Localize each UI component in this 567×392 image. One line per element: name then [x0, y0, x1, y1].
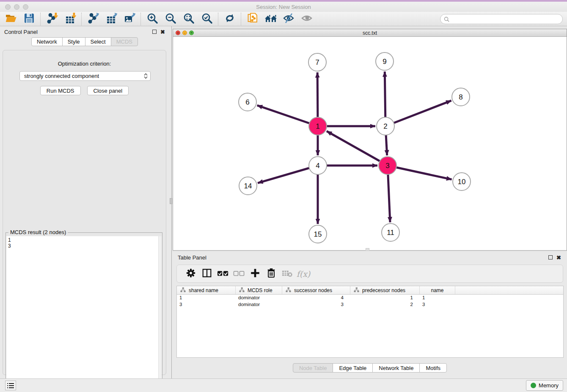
toolbar-separator — [218, 13, 218, 25]
delete-row-button[interactable] — [263, 266, 279, 282]
export-image-button[interactable] — [120, 12, 138, 26]
show-graphics-details-button[interactable] — [298, 12, 316, 26]
search-icon — [444, 17, 449, 22]
search-input[interactable] — [449, 15, 562, 23]
node-6[interactable]: 6 — [239, 93, 256, 111]
export-network-button[interactable] — [84, 12, 102, 26]
float-table-panel-icon[interactable] — [548, 255, 553, 259]
tab-edge-table[interactable]: Edge Table — [333, 363, 373, 373]
table-cell[interactable]: 1 — [420, 295, 455, 301]
result-scrollbar[interactable] — [158, 236, 162, 391]
node-7[interactable]: 7 — [308, 53, 326, 71]
node-10[interactable]: 10 — [453, 173, 471, 190]
memory-button[interactable]: Memory — [526, 380, 563, 391]
control-panel-title: Control Panel — [4, 29, 38, 35]
status-bar: Memory — [0, 378, 567, 392]
edge-3-1[interactable] — [327, 131, 388, 166]
zoom-out-button[interactable] — [161, 12, 179, 26]
node-9[interactable]: 9 — [376, 52, 394, 70]
table-cell[interactable]: dominator — [236, 301, 282, 308]
zoom-fit-button[interactable] — [179, 12, 198, 26]
edge-1-6[interactable] — [257, 105, 318, 126]
table-body: 1dominator4113dominator323 — [177, 295, 563, 308]
tab-network-table[interactable]: Network Table — [372, 363, 420, 373]
edge-4-14[interactable] — [258, 166, 318, 183]
node-label: 14 — [244, 182, 252, 190]
close-panel-button[interactable]: Close panel — [87, 86, 129, 95]
hide-graphics-details-icon — [283, 12, 295, 25]
open-session-button[interactable] — [2, 12, 20, 26]
column-header-name[interactable]: name — [420, 286, 455, 294]
edge-2-8[interactable] — [385, 101, 451, 126]
control-panel-tabs: NetworkStyleSelectMCDS — [0, 37, 169, 46]
node-label: 11 — [387, 229, 394, 237]
table-cell[interactable]: 3 — [177, 301, 236, 308]
optimization-criterion-select[interactable]: strongly connected component — [19, 71, 151, 81]
import-network-button[interactable] — [43, 12, 61, 26]
table-cell[interactable]: 1 — [177, 295, 236, 301]
table-cell[interactable]: 3 — [282, 301, 350, 308]
zoom-selected-button[interactable] — [198, 12, 216, 26]
tab-mcds[interactable]: MCDS — [111, 37, 138, 46]
column-header-MCDS-role[interactable]: MCDS role — [236, 286, 282, 294]
table-cell[interactable]: dominator — [236, 295, 282, 301]
tab-motifs[interactable]: Motifs — [419, 363, 447, 373]
copy-style-button[interactable] — [243, 12, 261, 26]
zoom-in-button[interactable] — [143, 12, 161, 26]
column-header-successor-nodes[interactable]: successor nodes — [282, 286, 350, 294]
table-panel-title: Table Panel — [178, 254, 206, 261]
column-header-predecessor-nodes[interactable]: predecessor nodes — [350, 286, 420, 294]
import-table-button[interactable] — [61, 12, 79, 26]
network-canvas[interactable]: 7968124314101511 — [173, 37, 567, 250]
node-11[interactable]: 11 — [382, 224, 399, 241]
save-session-icon — [23, 12, 35, 25]
network-resize-grip[interactable] — [366, 248, 369, 251]
node-4[interactable]: 4 — [309, 157, 327, 174]
search-box[interactable] — [440, 14, 563, 24]
network-window-titlebar[interactable]: x - + scc.txt — [173, 29, 567, 37]
node-14[interactable]: 14 — [239, 177, 257, 195]
column-header-shared-name[interactable]: shared name — [177, 286, 236, 294]
tab-style[interactable]: Style — [62, 37, 85, 46]
close-panel-icon[interactable]: ✖ — [160, 29, 165, 35]
save-session-button[interactable] — [20, 12, 38, 26]
vertical-splitter[interactable] — [169, 26, 173, 378]
edge-3-10[interactable] — [388, 166, 452, 179]
refresh-button[interactable] — [220, 12, 239, 26]
table-cell[interactable]: 3 — [420, 301, 455, 308]
table-cell[interactable]: 1 — [350, 295, 420, 301]
delete-table-icon — [281, 268, 293, 280]
column-view-button[interactable] — [199, 266, 215, 282]
node-label: 6 — [245, 98, 249, 106]
main-titlebar[interactable]: Session: New Session — [0, 2, 567, 12]
node-1[interactable]: 1 — [309, 117, 327, 135]
splitter-grip[interactable] — [170, 198, 172, 204]
table-row[interactable]: 3dominator323 — [177, 301, 563, 308]
gear-button[interactable] — [183, 266, 199, 282]
deselect-all-button[interactable] — [231, 266, 247, 282]
tab-node-table[interactable]: Node Table — [293, 363, 333, 373]
table-row[interactable]: 1dominator411 — [177, 295, 563, 301]
run-mcds-button[interactable]: Run MCDS — [40, 86, 81, 95]
mcds-result-text[interactable]: 1 3 — [6, 236, 158, 391]
import-network-icon — [46, 12, 58, 25]
cyndex-home-button[interactable] — [261, 12, 280, 26]
node-3[interactable]: 3 — [379, 157, 396, 174]
hide-graphics-details-button[interactable] — [280, 12, 298, 26]
tab-select[interactable]: Select — [85, 37, 111, 46]
node-15[interactable]: 15 — [309, 225, 327, 243]
export-table-button[interactable] — [102, 12, 120, 26]
copy-style-icon — [247, 12, 259, 25]
close-table-panel-icon[interactable]: ✖ — [556, 255, 561, 260]
task-history-button[interactable] — [5, 381, 16, 390]
add-row-button[interactable] — [247, 266, 263, 282]
table-cell[interactable]: 2 — [350, 301, 420, 308]
node-2[interactable]: 2 — [377, 117, 394, 135]
select-all-button[interactable] — [215, 266, 231, 282]
export-network-icon — [87, 12, 99, 25]
node-8[interactable]: 8 — [452, 88, 470, 106]
float-panel-icon[interactable] — [152, 30, 157, 34]
mcds-panel: Optimization criterion: strongly connect… — [3, 50, 166, 375]
tab-network[interactable]: Network — [31, 37, 63, 46]
table-cell[interactable]: 4 — [282, 295, 350, 301]
